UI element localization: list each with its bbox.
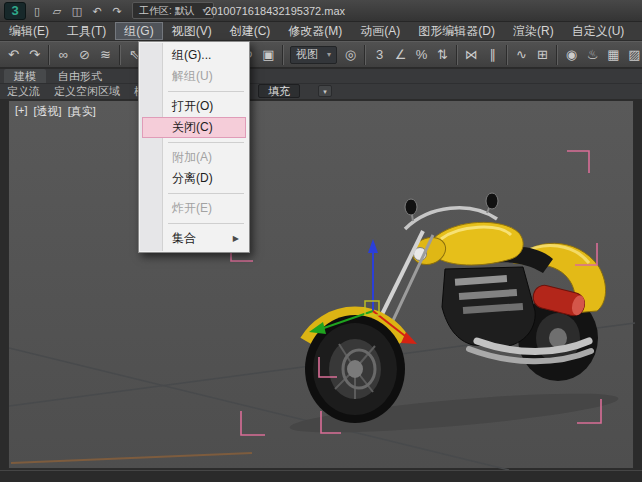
bottom-edge — [0, 470, 642, 482]
title-bar: 3 ▯ ▱ ◫ ↶ ↷ 工作区: 默认 ▾ 201007161843219537… — [0, 0, 642, 22]
menu-rendering[interactable]: 渲染(R) — [504, 22, 563, 40]
menu-separator — [168, 138, 244, 143]
toolbar-separator — [48, 45, 50, 65]
perspective-viewport[interactable]: [+] [透视] [真实] — [8, 100, 634, 469]
unlink-selection-icon[interactable]: ⊘ — [75, 44, 94, 65]
reference-coordinate-dropdown[interactable]: 视图 ▾ — [290, 46, 337, 64]
workspace-dropdown[interactable]: 工作区: 默认 ▾ — [132, 2, 214, 19]
menu-maxscript[interactable]: MAXScript(X) — [633, 22, 642, 40]
group-menu-item-close[interactable]: 关闭(C) — [142, 117, 246, 138]
tab-modeling[interactable]: 建模 — [4, 69, 46, 83]
group-menu-item-assembly[interactable]: 集合 ▶ — [142, 228, 246, 249]
menu-animation[interactable]: 动画(A) — [351, 22, 409, 40]
new-file-icon[interactable]: ▯ — [28, 2, 46, 20]
group-menu-item-detach[interactable]: 分离(D) — [142, 168, 246, 189]
group-menu-item-attach: 附加(A) — [142, 147, 246, 168]
render-setup-icon[interactable]: ♨ — [583, 44, 602, 65]
select-and-scale-icon[interactable]: ▣ — [259, 44, 278, 65]
workspace-label: 工作区: 默认 — [139, 4, 195, 18]
snap-toggle-3d-icon[interactable]: 3 — [370, 44, 389, 65]
chevron-down-icon: ▾ — [327, 50, 331, 59]
coordinate-system-label: 视图 — [296, 47, 318, 62]
select-and-link-icon[interactable]: ∞ — [54, 44, 73, 65]
render-production-icon[interactable]: ▨ — [625, 44, 642, 65]
menu-views[interactable]: 视图(V) — [163, 22, 221, 40]
redo-icon[interactable]: ↷ — [25, 44, 44, 65]
viewport-general-menu[interactable]: [+] — [14, 104, 29, 119]
toolbar-separator — [119, 45, 121, 65]
menu-graph-editors[interactable]: 图形编辑器(D) — [409, 22, 504, 40]
toolbar-separator — [556, 45, 558, 65]
undo-icon[interactable]: ↶ — [4, 44, 23, 65]
menu-create[interactable]: 创建(C) — [221, 22, 280, 40]
percent-snap-icon[interactable]: % — [412, 44, 431, 65]
ribbon: 建模 自由形式 定义流 定义空闲区域 模拟 填充 ▾ — [0, 69, 642, 99]
toolbar-separator — [364, 45, 366, 65]
menu-bar: 编辑(E) 工具(T) 组(G) 视图(V) 创建(C) 修改器(M) 动画(A… — [0, 22, 642, 41]
ribbon-tabs: 建模 自由形式 — [0, 69, 642, 83]
group-menu-item-open[interactable]: 打开(O) — [142, 96, 246, 117]
menu-modifiers[interactable]: 修改器(M) — [279, 22, 351, 40]
group-menu-popup: 组(G)... 解组(U) 打开(O) 关闭(C) 附加(A) 分离(D) 炸开… — [138, 41, 250, 253]
save-file-icon[interactable]: ◫ — [68, 2, 86, 20]
3ds-max-logo-icon[interactable]: 3 — [4, 2, 26, 20]
toolbar-separator — [456, 45, 458, 65]
redo-quick-icon[interactable]: ↷ — [108, 2, 126, 20]
angle-snap-icon[interactable]: ∠ — [391, 44, 410, 65]
menu-separator — [168, 189, 244, 194]
viewport-pov-menu[interactable]: [透视] — [33, 104, 63, 119]
curve-editor-icon[interactable]: ∿ — [512, 44, 531, 65]
viewport-labels: [+] [透视] [真实] — [14, 104, 97, 119]
bind-to-space-warp-icon[interactable]: ≋ — [96, 44, 115, 65]
mirror-icon[interactable]: ⋈ — [462, 44, 481, 65]
assembly-label: 集合 — [172, 231, 196, 245]
spinner-snap-icon[interactable]: ⇅ — [433, 44, 452, 65]
3d-scene — [9, 101, 635, 470]
submenu-arrow-icon: ▶ — [233, 228, 239, 249]
menu-separator — [168, 219, 244, 224]
menu-tools[interactable]: 工具(T) — [58, 22, 115, 40]
main-toolbar: ↶ ↷ ∞ ⊘ ≋ ⇖ ▤ ▭ ▢ + ↻ ▣ 视图 ▾ ◎ 3 ∠ % ⇅ ⋈… — [0, 41, 642, 68]
align-icon[interactable]: ∥ — [483, 44, 502, 65]
toolbar-separator — [282, 45, 284, 65]
rendered-frame-icon[interactable]: ▦ — [604, 44, 623, 65]
menu-group[interactable]: 组(G) — [115, 22, 162, 40]
tool-define-flow[interactable]: 定义流 — [0, 84, 47, 99]
group-menu-item-explode: 炸开(E) — [142, 198, 246, 219]
populate-panel-button[interactable]: 填充 — [258, 84, 300, 98]
schematic-view-icon[interactable]: ⊞ — [533, 44, 552, 65]
menu-separator — [168, 87, 244, 92]
material-editor-icon[interactable]: ◉ — [562, 44, 581, 65]
menu-customize[interactable]: 自定义(U) — [563, 22, 634, 40]
document-filename: 2010071618432195372.max — [205, 0, 345, 22]
viewport-shading-menu[interactable]: [真实] — [67, 104, 97, 119]
tab-freeform[interactable]: 自由形式 — [48, 69, 112, 83]
ribbon-collapse-button[interactable]: ▾ — [318, 85, 332, 97]
open-file-icon[interactable]: ▱ — [48, 2, 66, 20]
group-menu-item-group[interactable]: 组(G)... — [142, 45, 246, 66]
undo-quick-icon[interactable]: ↶ — [88, 2, 106, 20]
tool-define-idle-area[interactable]: 定义空闲区域 — [47, 84, 127, 99]
use-pivot-center-icon[interactable]: ◎ — [341, 44, 360, 65]
group-menu-item-ungroup: 解组(U) — [142, 66, 246, 87]
motorcycle-model[interactable] — [288, 193, 619, 440]
menu-edit[interactable]: 编辑(E) — [0, 22, 58, 40]
toolbar-separator — [506, 45, 508, 65]
